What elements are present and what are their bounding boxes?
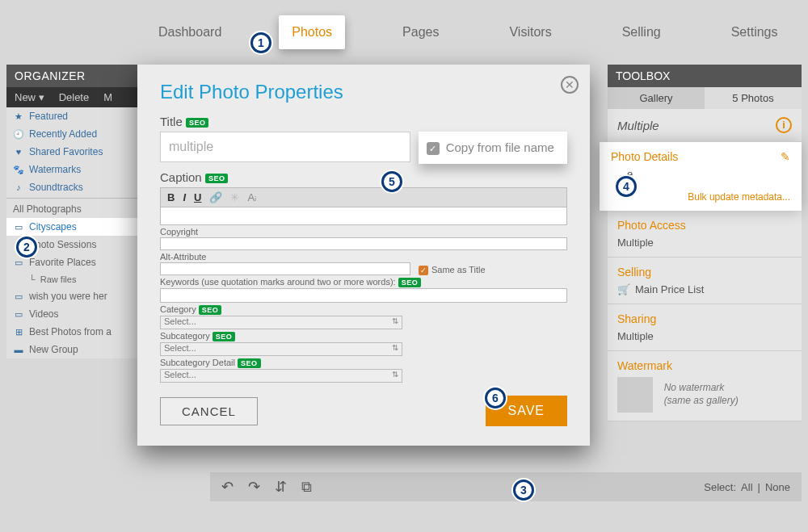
info-icon[interactable]: i (776, 117, 792, 133)
caption-input[interactable] (160, 207, 567, 225)
sidebar-item-label: Raw files (40, 274, 77, 284)
organizer-gallery-cityscapes[interactable]: ▭Cityscapes (6, 218, 152, 236)
close-icon[interactable]: ✕ (561, 76, 579, 94)
photo-access-value: Multiple (617, 237, 792, 249)
toolbox-panel: TOOLBOX Gallery 5 Photos Multiple i Phot… (608, 65, 802, 421)
select-none-button[interactable]: None (765, 481, 790, 493)
sidebar-item-label: Soundtracks (29, 182, 83, 193)
gallery-icon: ▭ (13, 257, 24, 268)
link-icon[interactable]: 🔗 (209, 191, 222, 203)
cancel-button[interactable]: CANCEL (160, 397, 258, 425)
top-nav: Dashboard Photos Pages Visitors Selling … (0, 0, 808, 65)
grid-icon: ⊞ (13, 326, 24, 337)
organizer-panel: ORGANIZER New ▾ Delete M ★Featured 🕘Rece… (6, 65, 152, 358)
alt-input[interactable] (160, 262, 410, 275)
organizer-soundtracks[interactable]: ♪Soundtracks (6, 178, 152, 196)
seo-badge: SEO (186, 118, 209, 128)
organizer-recently-added[interactable]: 🕘Recently Added (6, 125, 152, 143)
select-all-button[interactable]: All (741, 481, 752, 493)
photo-details-header: Photo Details ✎ (611, 150, 790, 163)
watermark-header: Watermark (617, 359, 792, 372)
seo-badge: SEO (213, 332, 236, 341)
seo-badge: SEO (238, 358, 261, 368)
toolbox-watermark[interactable]: Watermark No watermark (same as gallery) (608, 351, 802, 421)
subcat-detail-select[interactable]: Select... (160, 369, 402, 383)
nav-settings[interactable]: Settings (718, 15, 791, 49)
subcat-detail-label: Subcategory Detail SEO (160, 358, 567, 368)
toolbox-sharing[interactable]: Sharing Multiple (608, 304, 802, 351)
sidebar-item-label: Shared Favorites (29, 146, 103, 157)
sidebar-item-label: wish you were her (29, 291, 107, 302)
underline-icon[interactable]: U (194, 191, 201, 203)
toolbox-tab-gallery[interactable]: Gallery (608, 87, 705, 109)
category-label: Category SEO (160, 304, 567, 315)
sidebar-item-label: └ (29, 274, 36, 284)
category-select[interactable]: Select... (160, 316, 402, 329)
undo-icon[interactable]: ↶ (221, 478, 234, 496)
sidebar-item-label: Photo Sessions (29, 239, 96, 250)
organizer-gallery-wish[interactable]: ▭wish you were her (6, 287, 152, 305)
italic-icon[interactable]: I (183, 191, 186, 203)
star-icon: ★ (13, 111, 24, 122)
nav-dashboard[interactable]: Dashboard (145, 15, 234, 49)
clock-icon: 🕘 (13, 128, 24, 140)
alt-label: Alt-Attribute (160, 252, 567, 262)
fit-icon[interactable]: ⇵ (275, 478, 287, 496)
organizer-more-button[interactable]: M (103, 91, 112, 103)
nav-selling[interactable]: Selling (609, 15, 674, 49)
copyright-input[interactable] (160, 237, 567, 250)
bold-icon[interactable]: B (167, 191, 175, 203)
subcategory-select[interactable]: Select... (160, 342, 402, 356)
gallery-icon: ▭ (13, 308, 24, 320)
redo-icon[interactable]: ↷ (248, 478, 260, 496)
nav-visitors[interactable]: Visitors (496, 15, 564, 49)
photo-details-sub: e (627, 168, 790, 180)
sidebar-item-label: Best Photos from a (29, 326, 112, 337)
format-icon[interactable]: Aᵢ (247, 191, 256, 203)
bulk-update-link[interactable]: Bulk update metadata... (611, 191, 790, 203)
selling-value: 🛒Main Price List (617, 283, 792, 295)
unlink-icon[interactable]: ✳ (230, 191, 239, 203)
organizer-new-button[interactable]: New ▾ (15, 91, 44, 103)
organizer-shared-favorites[interactable]: ♥Shared Favorites (6, 143, 152, 161)
toolbox-selling[interactable]: Selling 🛒Main Price List (608, 258, 802, 304)
music-icon: ♪ (13, 182, 24, 193)
pencil-icon[interactable]: ✎ (781, 150, 790, 163)
organizer-gallery-best[interactable]: ⊞Best Photos from a (6, 323, 152, 341)
caption-toolbar: B I U 🔗 ✳ Aᵢ (160, 187, 567, 207)
copyright-label: Copyright (160, 227, 567, 237)
organizer-gallery-new-group[interactable]: ▬New Group (6, 341, 152, 358)
organizer-toolbar: New ▾ Delete M (6, 87, 152, 107)
nav-pages[interactable]: Pages (389, 15, 452, 49)
organizer-featured[interactable]: ★Featured (6, 107, 152, 125)
toolbox-tab-photos[interactable]: 5 Photos (705, 87, 802, 109)
organizer-watermarks[interactable]: 🐾Watermarks (6, 161, 152, 178)
organizer-gallery-videos[interactable]: ▭Videos (6, 305, 152, 323)
cart-icon: 🛒 (617, 283, 630, 295)
annotation-3: 3 (513, 480, 534, 501)
organizer-gallery-raw-files[interactable]: └ Raw files (6, 271, 152, 287)
selling-header: Selling (617, 266, 792, 279)
keywords-input[interactable] (160, 288, 567, 303)
code-icon[interactable]: ⧉ (301, 479, 312, 496)
organizer-delete-button[interactable]: Delete (59, 91, 90, 103)
paw-icon: 🐾 (13, 164, 24, 175)
nav-photos[interactable]: Photos (279, 15, 345, 49)
select-label: Select: (704, 481, 736, 493)
title-input[interactable] (160, 132, 410, 162)
caption-label: Caption SEO (160, 170, 567, 184)
organizer-all-photographs[interactable]: All Photographs (6, 200, 152, 218)
watermark-thumbnail (617, 377, 653, 413)
organizer-list: ★Featured 🕘Recently Added ♥Shared Favori… (6, 107, 152, 358)
keywords-label: Keywords (use quotation marks around two… (160, 277, 567, 287)
sidebar-item-label: Favorite Places (29, 257, 96, 268)
toolbox-title-row: Multiple i (608, 109, 802, 142)
sharing-header: Sharing (617, 312, 792, 325)
sidebar-item-label: Videos (29, 308, 58, 320)
sidebar-item-label: Featured (29, 111, 68, 122)
toolbox-access[interactable]: Photo Access Multiple (608, 211, 802, 258)
copy-from-filename[interactable]: ✓Copy from file name (419, 132, 567, 164)
same-as-title-checkbox[interactable]: ✓Same as Title (419, 263, 486, 275)
subcategory-label: Subcategory SEO (160, 331, 567, 341)
title-label: Title SEO (160, 115, 567, 128)
